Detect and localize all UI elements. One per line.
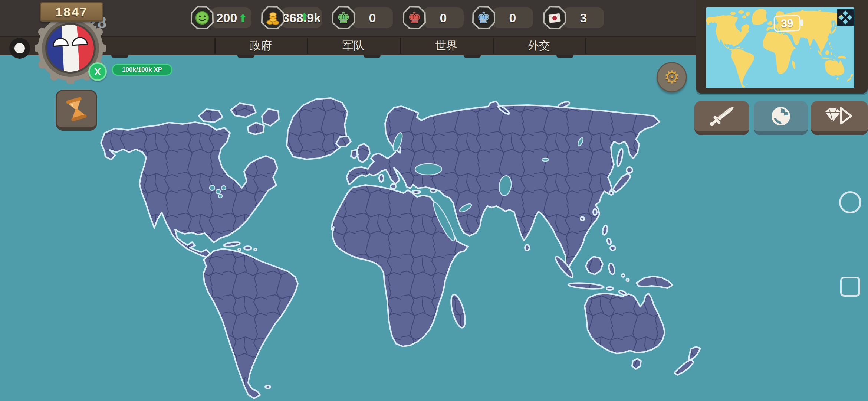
happiness-counter[interactable]: 200 <box>211 7 251 28</box>
hourglass-icon <box>65 96 88 122</box>
war-button[interactable] <box>694 101 749 135</box>
xp-label: 100k/100k XP <box>122 66 162 74</box>
expand-arrows-icon <box>837 9 854 26</box>
red-crown-counter[interactable]: 0 <box>423 7 464 28</box>
globe-icon <box>769 104 793 128</box>
envelope-icon <box>547 11 562 25</box>
bar-edge-decor <box>556 55 573 58</box>
android-home-button[interactable] <box>839 191 861 213</box>
premium-shop-button[interactable] <box>811 101 868 135</box>
minimap-expand-button[interactable] <box>837 9 854 26</box>
blue-crown-value: 0 <box>509 11 516 25</box>
time-hourglass-button[interactable] <box>56 90 97 131</box>
gold-counter[interactable]: 368.9k <box>281 7 322 28</box>
year-banner: 1847 <box>40 2 103 22</box>
green-crown-value: 0 <box>369 11 376 25</box>
android-recents-button[interactable] <box>840 277 860 297</box>
crown-blue-icon: ♚ <box>477 7 491 29</box>
tab-diplomacy[interactable]: 外交 <box>493 36 585 55</box>
camera-cutout <box>9 38 30 59</box>
crown-red-icon: ♚ <box>407 7 421 29</box>
green-crown-counter[interactable]: 0 <box>352 7 393 28</box>
year-label: 1847 <box>55 5 88 19</box>
red-crown-value: 0 <box>440 11 447 25</box>
xp-progress-bar: 100k/100k XP <box>112 64 172 76</box>
mail-counter[interactable]: 3 <box>563 7 604 28</box>
crown-green-icon: ♚ <box>336 7 351 29</box>
gold-value: 368.9k <box>282 11 321 25</box>
level-badge-label: X <box>94 66 101 78</box>
tab-government[interactable]: 政府 <box>214 36 307 55</box>
tab-world[interactable]: 世界 <box>400 36 493 55</box>
coins-icon <box>264 10 281 26</box>
game-screen: 政府 军队 世界 外交 200 368.9k <box>0 0 868 401</box>
trend-up-icon <box>240 14 246 22</box>
level-badge[interactable]: X <box>88 62 107 81</box>
world-button[interactable] <box>754 101 808 135</box>
minimap-speed-value: 39 <box>781 17 794 30</box>
bar-edge-decor <box>237 55 254 58</box>
mail-value: 3 <box>580 11 587 25</box>
bar-edge-decor <box>364 55 381 58</box>
gear-icon: ⚙ <box>664 68 680 86</box>
bar-edge-decor <box>111 55 128 58</box>
tab-army[interactable]: 军队 <box>307 36 400 55</box>
sword-icon <box>705 104 739 128</box>
smiley-icon <box>194 10 210 26</box>
settings-button[interactable]: ⚙ <box>657 62 687 92</box>
bar-edge-decor <box>464 55 481 58</box>
tab-divider <box>585 38 586 54</box>
gem-ad-icon <box>822 104 857 128</box>
minimap-speed-badge: 39 <box>773 15 800 32</box>
happiness-value: 200 <box>216 11 237 25</box>
blue-crown-counter[interactable]: 0 <box>492 7 533 28</box>
